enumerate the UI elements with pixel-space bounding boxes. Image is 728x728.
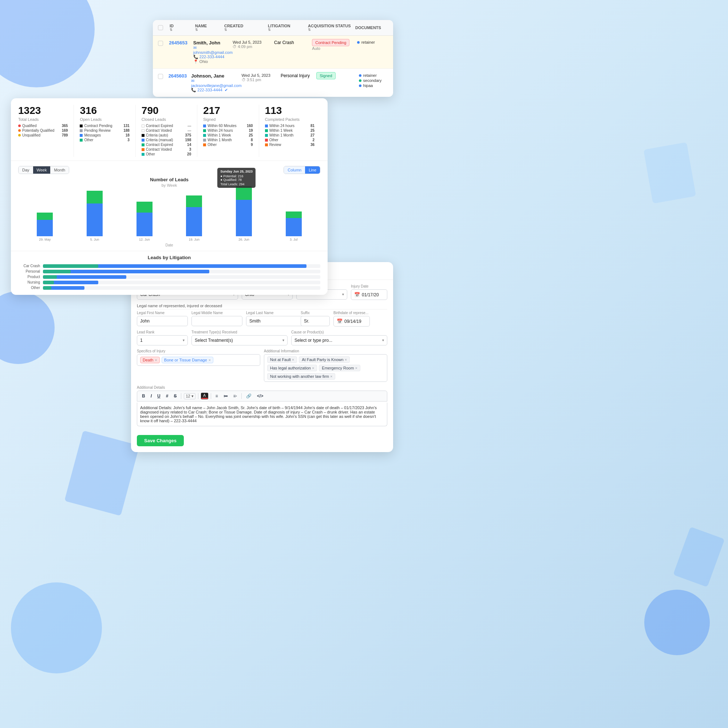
- table-row: 2645603 Johnson, Jane ✉ jacksonvillejane…: [153, 69, 393, 97]
- treatment-types-select[interactable]: Select Treatment(s): [191, 335, 288, 346]
- hashtag-button[interactable]: #: [164, 393, 170, 399]
- tag-not-working-firm[interactable]: Not working with another law firm ×: [267, 373, 335, 380]
- chart-bar-3: 12. Jun: [121, 202, 167, 241]
- tag-at-fault-party[interactable]: At Fault Party is Known ×: [299, 356, 350, 363]
- week-button[interactable]: Week: [33, 166, 50, 174]
- bar-chart: 29. May 5. Jun 12. Jun: [18, 190, 320, 241]
- lead-phone-2[interactable]: 📞 222-333-4444 ✔: [191, 88, 241, 92]
- stat-completed-packets: 113 Completed Packets Within 24 hours81 …: [259, 105, 320, 157]
- first-name-field: Legal First Name John: [137, 311, 188, 327]
- first-name-input[interactable]: John: [137, 316, 188, 326]
- lead-phone-1[interactable]: 📞 222-333-4444: [193, 55, 232, 59]
- birthdate-field: Birthdate of represe... 📅 09/14/19: [333, 311, 370, 327]
- chart-bar-4: 19. Jun: [171, 196, 217, 241]
- line-view-button[interactable]: Line: [305, 166, 320, 174]
- font-color-button[interactable]: A: [201, 393, 208, 399]
- chart-subtitle: by Week: [18, 183, 320, 187]
- litigation-column-header[interactable]: LITIGATION: [268, 24, 308, 28]
- lead-rank-field: Lead Rank 1 2 3: [137, 330, 188, 346]
- specifics-of-injury-field: Specifics of Injury Death × Bone or Tiss…: [137, 349, 260, 382]
- underline-button[interactable]: U: [155, 393, 162, 399]
- open-leads-number: 316: [80, 105, 129, 116]
- lead-name-2: Johnson, Jane: [191, 73, 241, 79]
- time-period-selector[interactable]: Day Week Month: [18, 166, 69, 174]
- select-all-checkbox[interactable]: [158, 25, 163, 30]
- form-row-3: Lead Rank 1 2 3 Treatment Type(s) Receiv…: [137, 330, 387, 346]
- form-body: Litigation Car Crash Personal Injury Sta…: [131, 280, 393, 431]
- acquisition-status-badge-1[interactable]: Contract Pending: [312, 39, 349, 46]
- table-panel: ID ⇅ NAME ⇅ CREATED ⇅ LITIGATION ⇅ ACQUI…: [153, 20, 393, 97]
- cause-products-select[interactable]: Select or type pro...: [291, 335, 387, 346]
- open-leads-label: Open Leads: [80, 117, 129, 122]
- lead-email-2[interactable]: ✉ jacksonvillejane@gmail.com: [191, 79, 241, 88]
- dashboard-panel: 1323 Total Leads Qualified365 Potentiall…: [11, 98, 327, 295]
- form-row-4: Specifics of Injury Death × Bone or Tiss…: [137, 349, 387, 382]
- lead-created-time-2: ⏱ 3:51 pm: [242, 78, 281, 82]
- stat-open-leads: 316 Open Leads Contract Pending131 Pendi…: [74, 105, 135, 157]
- doc-hipaa-2: hipaa: [359, 83, 388, 88]
- litigation-chart-title: Leads by Litigation: [18, 255, 320, 260]
- lead-name-1: Smith, John: [193, 40, 232, 46]
- lead-litigation-1: Car Crash: [274, 40, 312, 45]
- additional-information-field: Additional Information Not at Fault × At…: [264, 349, 387, 382]
- completed-packets-number: 113: [265, 105, 315, 116]
- column-view-button[interactable]: Column: [284, 166, 305, 174]
- doc-retainer-1: retainer: [357, 40, 388, 44]
- strikethrough-button[interactable]: S: [172, 393, 178, 399]
- tag-not-at-fault[interactable]: Not at Fault ×: [267, 356, 297, 363]
- lit-row-product: Product: [18, 275, 320, 279]
- table-row: 2645653 Smith, John ✉ johnsmith@gmail.co…: [153, 36, 393, 69]
- link-button[interactable]: 🔗: [244, 393, 253, 399]
- font-size-selector[interactable]: 12 ▾: [184, 393, 195, 399]
- middle-name-field: Legal Middle Name: [191, 311, 242, 327]
- lead-id-2[interactable]: 2645603: [168, 73, 187, 79]
- lead-email-1[interactable]: ✉ johnsmith@gmail.com: [193, 46, 232, 55]
- lead-litigation-2: Personal Injury: [281, 73, 316, 78]
- total-leads-number: 1323: [18, 105, 68, 116]
- birthdate-input[interactable]: 📅 09/14/19: [333, 316, 370, 327]
- injury-date-input[interactable]: 📅 01/17/20: [351, 289, 387, 300]
- middle-name-input[interactable]: [191, 316, 242, 326]
- lead-id-1[interactable]: 2645653: [169, 40, 187, 46]
- align-button[interactable]: ≡·: [231, 393, 239, 399]
- lit-row-car-crash: Car Crash: [18, 264, 320, 268]
- cause-products-field: Cause or Product(s) Select or type pro..…: [291, 330, 387, 346]
- day-button[interactable]: Day: [18, 166, 33, 174]
- id-column-header[interactable]: ID: [170, 24, 195, 28]
- name-column-header[interactable]: NAME: [195, 24, 224, 28]
- chart-view-selector[interactable]: Column Line: [284, 166, 320, 174]
- acquisition-status-badge-2[interactable]: Signed: [316, 72, 335, 80]
- rte-toolbar: B I U # S 12 ▾ A ≡ ≔ ≡· 🔗 </>: [137, 391, 387, 401]
- additional-details-field: Additional Details B I U # S 12 ▾ A ≡ ≔ …: [137, 385, 387, 426]
- tag-death[interactable]: Death ×: [140, 357, 160, 363]
- closed-leads-label: Closed Leads: [142, 117, 191, 122]
- chart-bar-5: Sunday Jun 25, 2023 ● Potential: 216 ● Q…: [221, 186, 267, 241]
- suffix-input[interactable]: [301, 316, 330, 326]
- status-column-header[interactable]: ACQUISITION STATUS: [308, 24, 355, 28]
- created-column-header[interactable]: CREATED: [224, 24, 268, 28]
- tag-legal-auth[interactable]: Has legal authorization ×: [267, 365, 317, 371]
- lead-rank-select[interactable]: 1 2 3: [137, 335, 188, 346]
- specifics-tags: Death × Bone or Tissue Damage ×: [137, 354, 260, 366]
- lead-state-1: 📍 Ohio: [193, 59, 232, 64]
- month-button[interactable]: Month: [50, 166, 69, 174]
- row-1-checkbox[interactable]: [158, 41, 163, 46]
- rte-body[interactable]: Additional Details: John's full name – J…: [137, 402, 387, 426]
- bold-button[interactable]: B: [140, 393, 147, 399]
- numbered-list-button[interactable]: ≔: [222, 393, 230, 399]
- bullet-list-button[interactable]: ≡: [214, 393, 220, 399]
- signed-number: 217: [203, 105, 252, 116]
- code-button[interactable]: </>: [255, 393, 265, 399]
- stat-total-leads: 1323 Total Leads Qualified365 Potentiall…: [18, 105, 74, 157]
- table-header: ID ⇅ NAME ⇅ CREATED ⇅ LITIGATION ⇅ ACQUI…: [153, 20, 393, 36]
- lit-row-personal: Personal: [18, 269, 320, 273]
- save-changes-button[interactable]: Save Changes: [137, 435, 184, 446]
- row-2-checkbox[interactable]: [158, 74, 163, 79]
- chart-bar-6: 3. Jul: [271, 211, 317, 241]
- last-name-field: Legal Last Name BAD: [246, 311, 297, 327]
- italic-button[interactable]: I: [149, 393, 154, 399]
- tag-emergency-room[interactable]: Emergency Room ×: [319, 365, 360, 371]
- lead-created-time-1: ⏱ 4:09 pm: [232, 44, 274, 49]
- last-name-input[interactable]: [246, 316, 307, 326]
- tag-bone-tissue[interactable]: Bone or Tissue Damage ×: [162, 357, 213, 363]
